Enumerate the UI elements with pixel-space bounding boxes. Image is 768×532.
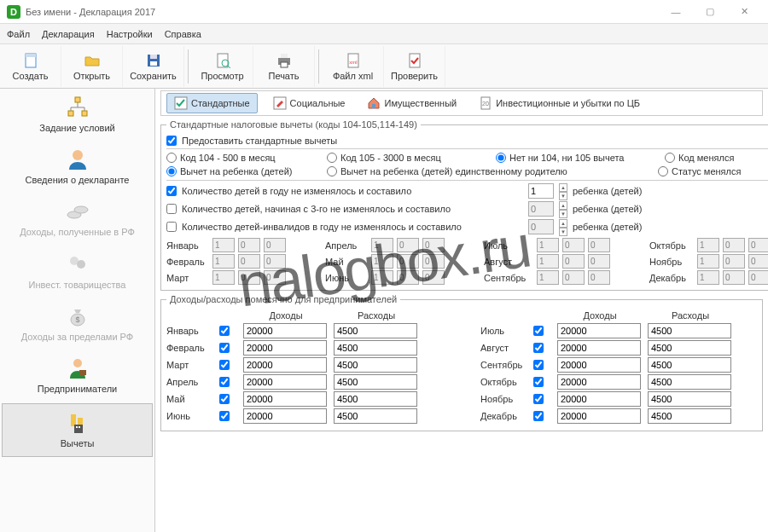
spinner-icon[interactable]: ▲▼ <box>559 201 567 217</box>
biz-expense-input[interactable] <box>334 391 417 407</box>
biz-income-input[interactable] <box>557 340 641 356</box>
biz-income-input[interactable] <box>243 391 327 407</box>
filexml-button[interactable]: xml Файл xml <box>323 46 384 87</box>
spinner-icon[interactable]: ▲▼ <box>559 183 567 199</box>
col-income-2: Доходы <box>557 310 643 321</box>
biz-income-input[interactable] <box>243 323 327 338</box>
biz-income-input[interactable] <box>557 391 641 407</box>
month-input <box>562 254 585 269</box>
sidebar-item-income-rf[interactable]: Доходы, полученные в РФ <box>0 193 154 245</box>
biz-month-checkbox[interactable] <box>219 326 230 336</box>
biz-income-input[interactable] <box>557 408 641 424</box>
maximize-icon[interactable]: ▢ <box>693 0 727 24</box>
print-button[interactable]: Печать <box>253 46 315 87</box>
sidebar-item-income-abroad[interactable]: $ Доходы за пределами РФ <box>0 298 154 350</box>
businessman-icon <box>66 356 90 380</box>
biz-expense-input[interactable] <box>648 357 731 373</box>
sidebar-item-deductions[interactable]: Вычеты <box>2 403 153 457</box>
preview-button[interactable]: Просмотр <box>192 46 253 87</box>
biz-month-checkbox[interactable] <box>533 343 544 353</box>
biz-month-checkbox[interactable] <box>533 326 544 336</box>
biz-month-checkbox[interactable] <box>219 394 230 404</box>
radio-child-single[interactable] <box>327 166 337 176</box>
month-input <box>537 238 559 252</box>
preview-icon <box>214 52 231 69</box>
month-input <box>264 270 286 285</box>
child-count3-checkbox[interactable] <box>166 204 177 214</box>
check-button[interactable]: Проверить <box>384 46 445 87</box>
save-button[interactable]: Сохранить <box>123 46 184 87</box>
child-count-checkbox[interactable] <box>166 186 177 196</box>
biz-expense-input[interactable] <box>648 374 731 390</box>
biz-month-checkbox[interactable] <box>533 360 544 370</box>
col-income: Доходы <box>243 310 329 321</box>
month-input <box>723 270 745 285</box>
provide-label: Предоставить стандартные вычеты <box>182 136 337 146</box>
month-input <box>537 254 559 269</box>
tab-standard[interactable]: Стандартные <box>166 93 258 113</box>
biz-month-checkbox[interactable] <box>219 411 230 421</box>
spinner-icon[interactable]: ▲▼ <box>559 219 567 234</box>
month-input <box>723 238 745 252</box>
radio-code-changed[interactable] <box>665 153 675 163</box>
tab-social[interactable]: Социальные <box>266 94 352 113</box>
biz-month-checkbox[interactable] <box>219 360 230 370</box>
radio-none[interactable] <box>496 153 506 163</box>
svg-point-25 <box>77 260 85 269</box>
radio-104[interactable] <box>166 153 177 163</box>
svg-rect-9 <box>281 54 288 58</box>
sidebar-item-invest[interactable]: Инвест. товарищества <box>0 246 154 298</box>
menu-help[interactable]: Справка <box>165 29 201 39</box>
group-legend: Стандартные налоговые вычеты (коды 104-1… <box>166 119 421 130</box>
menu-file[interactable]: Файл <box>7 29 30 39</box>
biz-income-input[interactable] <box>557 374 641 390</box>
sidebar-item-entrepreneur[interactable]: Предприниматели <box>0 350 154 402</box>
biz-expense-input[interactable] <box>334 374 417 390</box>
biz-expense-input[interactable] <box>648 391 731 407</box>
create-button[interactable]: Создать <box>0 46 61 87</box>
biz-expense-input[interactable] <box>648 408 731 424</box>
svg-rect-4 <box>150 61 157 66</box>
tab-invest-loss[interactable]: 20 Инвестиционные и убытки по ЦБ <box>472 94 647 113</box>
biz-income-input[interactable] <box>243 408 327 424</box>
biz-expense-input[interactable] <box>334 340 417 356</box>
biz-expense-input[interactable] <box>648 323 731 338</box>
biz-income-input[interactable] <box>557 357 641 373</box>
house-icon <box>367 96 381 110</box>
month-input <box>422 270 445 285</box>
close-icon[interactable]: ✕ <box>727 0 761 24</box>
biz-income-input[interactable] <box>243 357 327 373</box>
biz-expense-input[interactable] <box>648 340 731 356</box>
sidebar-item-conditions[interactable]: Задание условий <box>0 89 154 141</box>
month-label: Август <box>484 257 535 267</box>
biz-expense-input[interactable] <box>334 357 417 373</box>
month-input <box>748 238 768 252</box>
radio-status-changed[interactable] <box>658 166 668 176</box>
biz-month-checkbox[interactable] <box>219 343 230 353</box>
menu-declaration[interactable]: Декларация <box>42 29 95 39</box>
biz-expense-input[interactable] <box>334 323 417 338</box>
biz-month-checkbox[interactable] <box>533 377 544 387</box>
provide-checkbox[interactable] <box>166 136 177 146</box>
open-button[interactable]: Открыть <box>61 46 123 87</box>
biz-month-checkbox[interactable] <box>533 394 544 404</box>
biz-income-input[interactable] <box>243 374 327 390</box>
biz-month-label: Июнь <box>166 411 214 421</box>
biz-income-input[interactable] <box>557 323 641 338</box>
radio-105[interactable] <box>327 153 337 163</box>
biz-month-checkbox[interactable] <box>219 377 230 387</box>
biz-income-input[interactable] <box>243 340 327 356</box>
child-invalid-checkbox[interactable] <box>166 222 177 232</box>
month-label: Июль <box>484 240 535 251</box>
month-input <box>212 270 235 285</box>
month-input <box>422 254 445 269</box>
minimize-icon[interactable]: — <box>659 0 693 24</box>
biz-expense-input[interactable] <box>334 408 417 424</box>
menu-settings[interactable]: Настройки <box>107 29 153 39</box>
child-count-input[interactable] <box>528 183 554 199</box>
sidebar-item-declarant[interactable]: Сведения о декларанте <box>0 141 154 193</box>
svg-rect-16 <box>82 111 87 116</box>
biz-month-checkbox[interactable] <box>533 411 544 421</box>
tab-property[interactable]: Имущественный <box>360 94 463 113</box>
radio-child[interactable] <box>166 166 177 176</box>
